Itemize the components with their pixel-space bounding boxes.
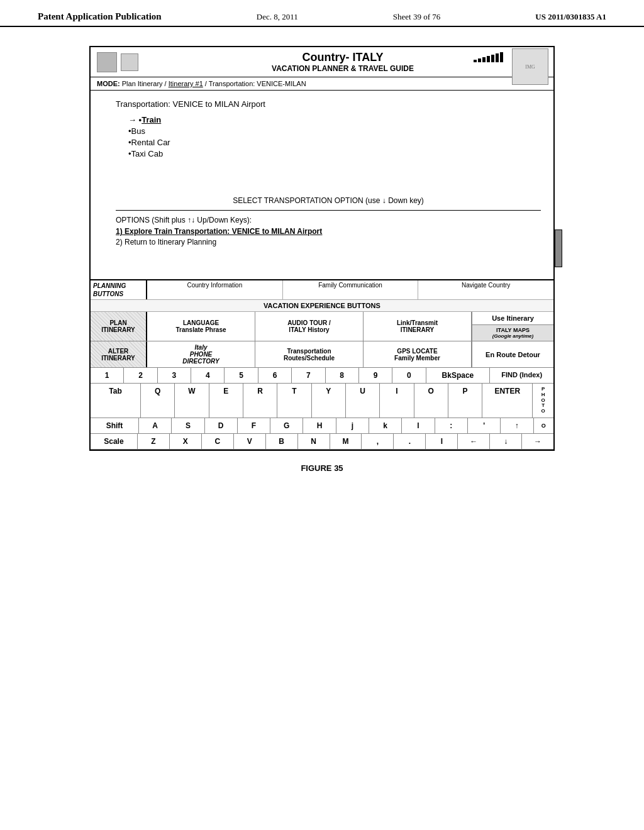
key-slash[interactable]: I <box>426 434 458 449</box>
key-o[interactable]: O <box>414 384 448 418</box>
key-up-arrow[interactable]: ↑ <box>501 418 533 433</box>
shift-key[interactable]: Shift <box>91 418 139 433</box>
find-index-button[interactable]: FIND (Index) <box>490 368 553 383</box>
plan-itinerary-button[interactable]: PLAN ITINERARY <box>91 312 147 341</box>
device-icon-1 <box>97 52 117 72</box>
key-2[interactable]: 2 <box>124 368 157 383</box>
key-b[interactable]: B <box>266 434 298 449</box>
italy-phone-button[interactable]: Italy PHONE DIRECTORY <box>147 341 255 367</box>
key-6[interactable]: 6 <box>258 368 292 383</box>
gps-locate-button[interactable]: GPS LOCATE Family Member <box>364 341 472 367</box>
key-p[interactable]: P <box>448 384 482 418</box>
sheet-label: Sheet 39 of 76 <box>393 12 440 22</box>
key-f[interactable]: F <box>238 418 270 433</box>
key-k[interactable]: k <box>369 418 402 433</box>
key-8[interactable]: 8 <box>326 368 359 383</box>
key-u[interactable]: U <box>346 384 380 418</box>
signal-bar-2 <box>478 58 481 62</box>
transport-line2: Routes/Schedule <box>284 355 335 362</box>
key-l[interactable]: l <box>402 418 435 433</box>
key-7[interactable]: 7 <box>292 368 325 383</box>
scrollbar[interactable] <box>555 230 562 267</box>
key-j[interactable]: j <box>336 418 369 433</box>
italy-maps-button[interactable]: ITALY MAPS (Google anytime) <box>472 325 553 341</box>
photo-key[interactable]: PHOTO <box>533 384 553 418</box>
key-m[interactable]: M <box>330 434 362 449</box>
key-comma[interactable]: , <box>362 434 394 449</box>
key-3[interactable]: 3 <box>158 368 191 383</box>
key-right-arrow[interactable]: → <box>522 434 553 449</box>
date-label: Dec. 8, 2011 <box>257 12 298 22</box>
key-left-arrow[interactable]: ← <box>458 434 490 449</box>
key-0[interactable]: 0 <box>392 368 426 383</box>
planning-buttons-label: PLANNINGBUTTONS <box>91 280 147 299</box>
key-i[interactable]: I <box>380 384 414 418</box>
key-n[interactable]: N <box>298 434 330 449</box>
key-t[interactable]: T <box>277 384 311 418</box>
option-1[interactable]: 1) Explore Train Transportation: VENICE … <box>116 227 541 236</box>
mode-bar: MODE: Plan Itinerary / Itinerary #1 / Tr… <box>91 77 553 91</box>
key-1[interactable]: 1 <box>91 368 124 383</box>
key-d[interactable]: D <box>205 418 238 433</box>
transportation-routes-button[interactable]: Transportation Routes/Schedule <box>255 341 364 367</box>
language-translate-button[interactable]: LANGUAGE Translate Phrase <box>147 312 255 341</box>
figure-caption: FIGURE 35 <box>301 463 343 473</box>
mode-path-itinerary[interactable]: Itinerary #1 <box>169 80 203 87</box>
option-2[interactable]: 2) Return to Itinerary Planning <box>116 238 541 246</box>
device-right-image: IMG <box>512 48 548 85</box>
divider <box>116 210 541 211</box>
link-transmit-button[interactable]: Link/Transmit ITINERARY <box>364 312 472 341</box>
keyboard-section: PLANNINGBUTTONS Country Information Fami… <box>91 279 553 450</box>
key-down-arrow[interactable]: ↓ <box>490 434 522 449</box>
key-y[interactable]: Y <box>312 384 346 418</box>
signal-bar-6 <box>496 53 499 62</box>
signal-bar-5 <box>491 55 494 62</box>
key-e[interactable]: E <box>209 384 243 418</box>
gps-line2: Family Member <box>394 355 440 362</box>
scale-key[interactable]: Scale <box>91 434 138 449</box>
key-period[interactable]: . <box>394 434 426 449</box>
device-subtitle: VACATION PLANNER & TRAVEL GUIDE <box>138 64 547 73</box>
enter-key[interactable]: ENTER <box>482 384 533 418</box>
backspace-key[interactable]: BkSpace <box>426 368 491 383</box>
language-line1: LANGUAGE <box>183 319 219 326</box>
key-4[interactable]: 4 <box>191 368 225 383</box>
key-colon[interactable]: : <box>435 418 468 433</box>
key-q[interactable]: Q <box>141 384 175 418</box>
key-5[interactable]: 5 <box>225 368 258 383</box>
key-o2[interactable]: O <box>534 418 554 433</box>
key-w[interactable]: W <box>175 384 209 418</box>
transport-option-taxi[interactable]: •Taxi Cab <box>128 149 541 158</box>
audio-tour-line1: AUDIO TOUR / <box>287 319 331 326</box>
country-info-label: Country Information <box>147 280 283 299</box>
transport-option-bus[interactable]: •Bus <box>128 126 541 136</box>
italy-maps-label: ITALY MAPS <box>496 327 530 333</box>
audio-tour-button[interactable]: AUDIO TOUR / ITALY History <box>255 312 364 341</box>
key-x[interactable]: X <box>170 434 202 449</box>
key-9[interactable]: 9 <box>359 368 392 383</box>
key-z[interactable]: Z <box>138 434 170 449</box>
en-route-detour-button[interactable]: En Route Detour <box>472 341 553 367</box>
transport-title: Transportation: VENICE to MILAN Airport <box>116 99 541 109</box>
alpha-row-2: Shift A S D F G H j k l : ' ↑ O <box>91 418 553 434</box>
key-a[interactable]: A <box>139 418 172 433</box>
use-itinerary-button[interactable]: Use Itinerary <box>472 312 553 325</box>
device-icon-2 <box>121 53 138 71</box>
key-h[interactable]: H <box>303 418 336 433</box>
key-s[interactable]: S <box>172 418 204 433</box>
key-c[interactable]: C <box>202 434 234 449</box>
transport-option-rental[interactable]: •Rental Car <box>128 138 541 147</box>
signal-bar-1 <box>474 60 477 62</box>
transport-option-train[interactable]: → •Train <box>128 115 541 124</box>
phone-line2: DIRECTORY <box>182 358 219 365</box>
key-v[interactable]: V <box>234 434 266 449</box>
key-quote[interactable]: ' <box>468 418 501 433</box>
alter-itinerary-button[interactable]: ALTER ITINERARY <box>91 341 147 367</box>
family-comm-label: Family Communication <box>283 280 419 299</box>
itinerary-label: ITINERARY <box>101 326 135 333</box>
alter-label: ALTER <box>108 348 129 355</box>
tab-key[interactable]: Tab <box>91 384 141 418</box>
content-area: Transportation: VENICE to MILAN Airport … <box>91 91 553 279</box>
key-g[interactable]: G <box>270 418 303 433</box>
key-r[interactable]: R <box>243 384 277 418</box>
